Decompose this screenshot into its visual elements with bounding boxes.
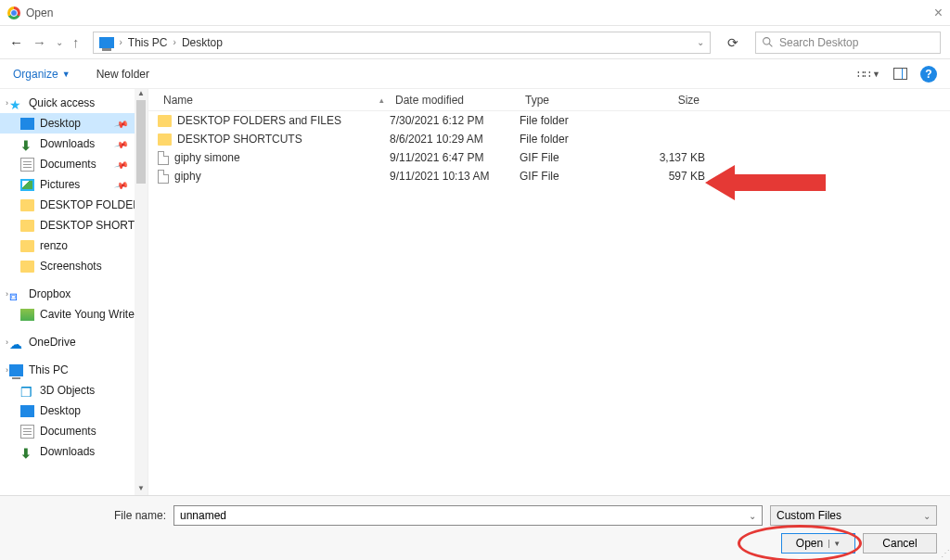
file-date: 7/30/2021 6:12 PM bbox=[390, 114, 520, 127]
file-date: 9/11/2021 6:47 PM bbox=[390, 151, 520, 164]
scroll-down-icon[interactable]: ▼ bbox=[135, 484, 148, 495]
scroll-thumb[interactable] bbox=[136, 100, 146, 184]
col-name[interactable]: Name bbox=[158, 94, 390, 107]
sidebar-this-pc[interactable]: ›This PC bbox=[0, 360, 148, 380]
sidebar-item-pictures[interactable]: Pictures📌 bbox=[0, 174, 148, 195]
sidebar-item-desktop[interactable]: Desktop bbox=[0, 401, 148, 421]
col-type[interactable]: Type bbox=[520, 94, 631, 107]
new-folder-button[interactable]: New folder bbox=[96, 68, 149, 81]
forward-icon: → bbox=[32, 34, 46, 50]
file-date: 8/6/2021 10:29 AM bbox=[390, 133, 520, 146]
file-name: giphy bbox=[174, 170, 201, 183]
file-icon bbox=[158, 151, 169, 165]
table-row[interactable]: giphy9/11/2021 10:13 AMGIF File597 KB bbox=[148, 167, 950, 185]
chevron-down-icon[interactable]: ⌄ bbox=[697, 37, 704, 47]
sidebar-item-folder[interactable]: renzo bbox=[0, 235, 148, 256]
pc-icon bbox=[99, 37, 114, 48]
file-type: File folder bbox=[520, 133, 631, 146]
close-icon[interactable]: × bbox=[934, 5, 943, 21]
pin-icon: 📌 bbox=[114, 116, 129, 131]
recent-icon[interactable]: ⌄ bbox=[56, 37, 63, 47]
sidebar-item-downloads[interactable]: ⬇Downloads📌 bbox=[0, 134, 148, 154]
file-name: DESKTOP FOLDERS and FILES bbox=[177, 114, 341, 127]
back-icon[interactable]: ← bbox=[9, 34, 23, 50]
refresh-icon[interactable]: ⟳ bbox=[720, 35, 746, 50]
sidebar-scrollbar[interactable]: ▲ ▼ bbox=[135, 89, 148, 495]
sidebar-item-3dobjects[interactable]: ❒3D Objects bbox=[0, 380, 148, 401]
open-button[interactable]: Open▼ bbox=[781, 533, 855, 554]
pin-icon: 📌 bbox=[114, 177, 129, 192]
nav-row: ← → ⌄ ↑ › This PC › Desktop ⌄ ⟳ Search D… bbox=[0, 26, 950, 59]
sidebar-item-documents[interactable]: Documents📌 bbox=[0, 154, 148, 174]
pin-icon: 📌 bbox=[114, 157, 129, 172]
file-name: DESKTOP SHORTCUTS bbox=[177, 133, 302, 146]
file-size: 597 KB bbox=[631, 170, 705, 183]
col-size[interactable]: Size bbox=[631, 94, 705, 107]
svg-point-0 bbox=[764, 38, 770, 45]
sidebar-item-desktop[interactable]: Desktop📌 bbox=[0, 113, 148, 134]
cancel-button[interactable]: Cancel bbox=[863, 533, 937, 554]
svg-marker-2 bbox=[705, 165, 826, 200]
file-type: GIF File bbox=[520, 170, 631, 183]
resize-grip-icon[interactable]: ⋰ bbox=[941, 548, 948, 558]
search-icon bbox=[762, 36, 774, 48]
pin-icon: 📌 bbox=[114, 136, 129, 151]
open-dropdown-icon[interactable]: ▼ bbox=[828, 540, 841, 548]
chevron-right-icon[interactable]: › bbox=[173, 37, 176, 47]
folder-icon bbox=[158, 134, 172, 146]
file-size: 3,137 KB bbox=[631, 151, 705, 164]
view-button[interactable]: ∷∷▼ bbox=[857, 68, 880, 81]
file-icon bbox=[158, 170, 169, 184]
scroll-up-icon[interactable]: ▲ bbox=[135, 89, 148, 100]
col-date[interactable]: Date modified bbox=[390, 94, 520, 107]
bottom-panel: File name: unnamed⌄ Custom Files⌄ Open▼ … bbox=[0, 495, 950, 560]
sidebar-dropbox[interactable]: ›⧈Dropbox bbox=[0, 284, 148, 304]
chevron-right-icon[interactable]: › bbox=[120, 37, 122, 47]
crumb-root[interactable]: This PC bbox=[128, 36, 168, 49]
table-row[interactable]: giphy simone9/11/2021 6:47 PMGIF File3,1… bbox=[148, 148, 950, 167]
nav-arrows: ← → ⌄ ↑ bbox=[9, 34, 83, 50]
table-row[interactable]: DESKTOP SHORTCUTS8/6/2021 10:29 AMFile f… bbox=[148, 130, 950, 148]
search-input[interactable]: Search Desktop bbox=[755, 32, 941, 54]
organize-menu[interactable]: Organize▼ bbox=[13, 68, 71, 81]
address-bar[interactable]: › This PC › Desktop ⌄ bbox=[93, 32, 712, 54]
file-type: GIF File bbox=[520, 151, 631, 164]
help-icon[interactable]: ? bbox=[920, 66, 937, 83]
filename-input[interactable]: unnamed⌄ bbox=[173, 505, 763, 526]
crumb-current[interactable]: Desktop bbox=[182, 36, 223, 49]
filename-label: File name: bbox=[13, 509, 166, 522]
up-icon[interactable]: ↑ bbox=[72, 34, 80, 50]
search-placeholder: Search Desktop bbox=[779, 36, 858, 49]
sidebar-item-documents[interactable]: Documents bbox=[0, 421, 148, 441]
file-list: Name Date modified Type Size DESKTOP FOL… bbox=[148, 89, 950, 495]
sidebar-onedrive[interactable]: ›☁OneDrive bbox=[0, 332, 148, 352]
sidebar: ›★Quick access Desktop📌 ⬇Downloads📌 Docu… bbox=[0, 89, 148, 495]
table-row[interactable]: DESKTOP FOLDERS and FILES7/30/2021 6:12 … bbox=[148, 111, 950, 130]
sidebar-item-folder[interactable]: Screenshots bbox=[0, 256, 148, 276]
sidebar-item-downloads[interactable]: ⬇Downloads bbox=[0, 441, 148, 462]
title-bar: Open × bbox=[0, 0, 950, 26]
chevron-down-icon[interactable]: ⌄ bbox=[923, 511, 931, 521]
main-area: ›★Quick access Desktop📌 ⬇Downloads📌 Docu… bbox=[0, 89, 950, 495]
file-name: giphy simone bbox=[174, 151, 240, 164]
preview-pane-icon[interactable] bbox=[893, 68, 907, 80]
folder-icon bbox=[158, 115, 172, 127]
sidebar-item-folder[interactable]: DESKTOP SHORTCUTS bbox=[0, 215, 148, 235]
sidebar-quick-access[interactable]: ›★Quick access bbox=[0, 93, 148, 113]
column-headers: Name Date modified Type Size bbox=[148, 89, 950, 111]
file-type-filter[interactable]: Custom Files⌄ bbox=[770, 505, 937, 526]
annotation-arrow bbox=[705, 159, 826, 209]
file-date: 9/11/2021 10:13 AM bbox=[390, 170, 520, 183]
window-title: Open bbox=[26, 6, 53, 19]
sidebar-item-folder[interactable]: DESKTOP FOLDERS bbox=[0, 195, 148, 215]
svg-line-1 bbox=[769, 44, 772, 46]
toolbar: Organize▼ New folder ∷∷▼ ? bbox=[0, 59, 950, 89]
sidebar-dropbox-item[interactable]: Cavite Young Writers bbox=[0, 304, 148, 325]
chevron-down-icon[interactable]: ⌄ bbox=[749, 511, 756, 521]
file-type: File folder bbox=[520, 114, 631, 127]
chrome-icon bbox=[7, 6, 20, 19]
